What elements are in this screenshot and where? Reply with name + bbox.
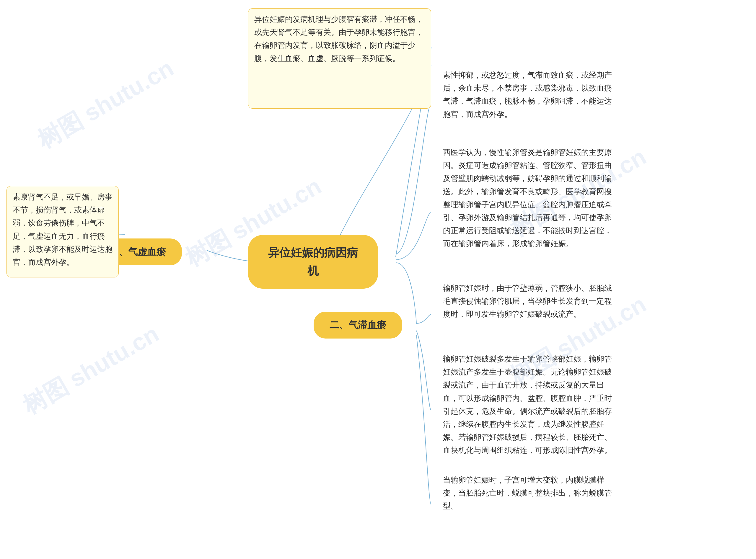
text-node-mid-right-2: 西医学认为，慢性输卵管炎是输卵管妊娠的主要原因。炎症可造成输卵管粘连、管腔狭窄、… [437,142,620,254]
mind-map-canvas: 树图 shutu.cn 树图 shutu.cn 树图 shutu.cn 树图 s… [0,0,756,559]
text-node-mid-right-5: 当输卵管妊娠时，子宫可增大变软，内膜蜕膜样变，当胚胎死亡时，蜕膜可整块排出，称为… [437,469,620,522]
text-node-mid-right-4: 输卵管妊娠破裂多发生于输卵管峡部妊娠，输卵管妊娠流产多发生于壶腹部妊娠。无论输卵… [437,348,620,461]
text-node-mid-right-3: 输卵管妊娠时，由于管壁薄弱，管腔狭小、胚胎绒毛直接侵蚀输卵管肌层，当孕卵生长发育… [437,277,620,336]
text-node-left: 素禀肾气不足，或早婚、房事不节，损伤肾气，或素体虚弱，饮食劳倦伤脾，中气不足，气… [6,186,119,277]
watermark-1: 树图 shutu.cn [32,52,179,156]
center-node: 异位妊娠的病因病机 [248,235,378,289]
level1-node-qizhi: 二、气滞血瘀 [314,312,402,338]
watermark-3: 树图 shutu.cn [17,318,165,422]
text-node-top-right: 异位妊娠的发病机理与少腹宿有瘀滞，冲任不畅，或先天肾气不足等有关。由于孕卵未能移… [248,8,431,109]
text-node-mid-right-1: 素性抑郁，或忿怒过度，气滞而致血瘀，或经期产后，余血未尽，不禁房事，或感染邪毒，… [437,64,620,129]
